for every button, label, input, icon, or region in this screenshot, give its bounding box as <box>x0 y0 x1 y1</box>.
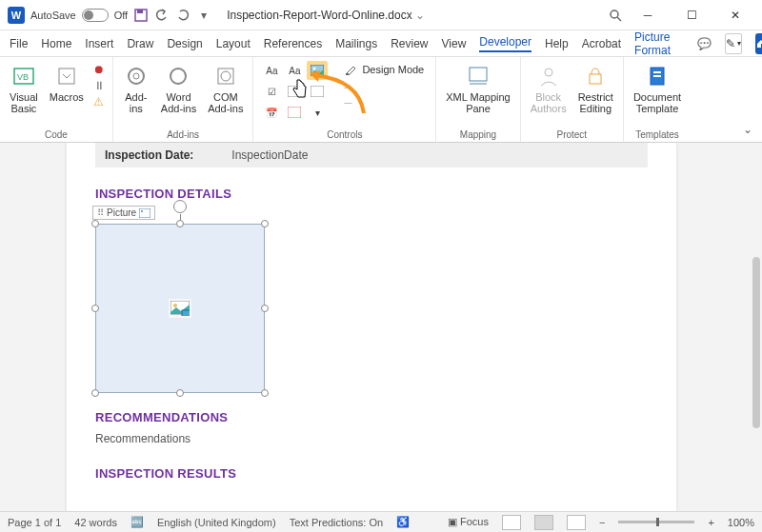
restrict-editing-button[interactable]: Restrict Editing <box>576 61 615 116</box>
addins-icon <box>123 63 150 89</box>
tab-file[interactable]: File <box>10 37 28 50</box>
status-accessibility-icon[interactable]: ♿ <box>396 516 410 528</box>
document-area: Inspection Date: InspectionDate INSPECTI… <box>0 143 762 511</box>
resize-handle-br[interactable] <box>261 389 269 397</box>
group-templates: Document Template Templates <box>624 57 691 142</box>
inspection-date-value[interactable]: InspectionDate <box>231 148 308 162</box>
macros-icon <box>53 63 80 89</box>
design-mode-button[interactable]: Design Mode <box>341 61 428 78</box>
share-button[interactable] <box>755 33 762 54</box>
status-page[interactable]: Page 1 of 1 <box>8 517 61 528</box>
rotate-handle[interactable] <box>173 200 187 213</box>
picture-content-control-frame[interactable]: ⠿Picture <box>95 224 265 393</box>
record-macro-icon[interactable]: ⏺ <box>93 63 105 76</box>
resize-handle-bl[interactable] <box>91 389 99 397</box>
maximize-button[interactable]: ☐ <box>672 2 711 29</box>
minimize-button[interactable]: ─ <box>629 2 667 29</box>
visual-basic-button[interactable]: VB Visual Basic <box>8 61 40 116</box>
xml-mapping-button[interactable]: XML Mapping Pane <box>444 61 511 116</box>
group-code: VB Visual Basic Macros ⏺ ⏸ ⚠ Code <box>0 57 113 142</box>
status-predictions[interactable]: Text Predictions: On <box>290 517 383 528</box>
tab-acrobat[interactable]: Acrobat <box>582 37 621 50</box>
zoom-in-button[interactable]: + <box>708 517 713 528</box>
com-addins-button[interactable]: COM Add-ins <box>206 61 245 116</box>
document-template-button[interactable]: Document Template <box>632 61 683 116</box>
autosave-label: AutoSave <box>30 10 76 21</box>
section-inspection-details: INSPECTION DETAILS <box>95 187 648 201</box>
recommendations-text[interactable]: Recommendations <box>95 432 648 445</box>
dropdown-control[interactable] <box>307 82 328 101</box>
picture-content-control[interactable] <box>307 61 328 80</box>
read-mode-button[interactable] <box>502 515 521 530</box>
svg-point-9 <box>170 69 186 84</box>
focus-mode-button[interactable]: ▣ Focus <box>448 516 489 528</box>
comments-icon[interactable]: 💬 <box>697 37 712 50</box>
editing-mode-button[interactable]: ✎▾ <box>725 33 742 54</box>
addins-button[interactable]: Add- ins <box>121 61 151 116</box>
close-button[interactable]: ✕ <box>716 2 754 29</box>
page[interactable]: Inspection Date: InspectionDate INSPECTI… <box>67 143 676 511</box>
resize-handle-b[interactable] <box>176 389 184 397</box>
tab-view[interactable]: View <box>442 37 467 50</box>
tab-home[interactable]: Home <box>41 37 71 50</box>
tab-design[interactable]: Design <box>167 37 202 50</box>
svg-rect-23 <box>653 71 661 73</box>
tab-insert[interactable]: Insert <box>85 37 113 50</box>
resize-handle-t[interactable] <box>176 220 184 227</box>
resize-handle-r[interactable] <box>261 305 269 312</box>
com-addins-icon <box>212 63 239 89</box>
section-inspection-results: INSPECTION RESULTS <box>95 466 648 481</box>
combobox-control[interactable] <box>284 82 305 101</box>
status-spellcheck-icon[interactable]: 🔤 <box>130 516 144 528</box>
word-addins-button[interactable]: Word Add-ins <box>159 61 198 116</box>
web-layout-button[interactable] <box>567 515 586 530</box>
checkbox-control[interactable]: ☑ <box>261 82 282 101</box>
inspection-date-label: Inspection Date: <box>105 148 193 162</box>
status-words[interactable]: 42 words <box>74 517 117 528</box>
building-block-control[interactable] <box>284 103 305 122</box>
picture-control-tag[interactable]: ⠿Picture <box>92 206 155 220</box>
date-picker-control[interactable]: 📅 <box>261 103 282 122</box>
status-language[interactable]: English (United Kingdom) <box>157 517 276 528</box>
redo-icon[interactable] <box>175 8 190 23</box>
autosave-toggle[interactable] <box>82 9 109 22</box>
status-bar: Page 1 of 1 42 words 🔤 English (United K… <box>0 511 762 532</box>
legacy-tools-control[interactable]: ▾ <box>307 103 328 122</box>
svg-point-8 <box>133 73 139 79</box>
save-icon[interactable] <box>133 8 149 23</box>
qat-dropdown-icon[interactable]: ▾ <box>196 8 211 23</box>
svg-rect-6 <box>59 69 74 84</box>
block-authors-button[interactable]: Block Authors <box>529 61 569 116</box>
tab-help[interactable]: Help <box>545 37 569 50</box>
picture-placeholder-icon[interactable] <box>169 299 191 318</box>
svg-rect-16 <box>288 107 301 118</box>
tab-picture-format[interactable]: Picture Format <box>634 30 671 57</box>
search-icon[interactable] <box>608 8 623 23</box>
tab-review[interactable]: Review <box>391 37 428 50</box>
tab-developer[interactable]: Developer <box>479 35 531 52</box>
undo-icon[interactable] <box>154 8 170 23</box>
zoom-slider[interactable] <box>618 521 694 523</box>
tab-references[interactable]: References <box>264 37 322 50</box>
rich-text-control[interactable]: Aa <box>261 61 282 80</box>
resize-handle-l[interactable] <box>91 305 99 312</box>
group-button[interactable]: ⸺ <box>341 97 428 108</box>
document-title[interactable]: Inspection-Report-Word-Online.docx ⌄ <box>227 9 425 22</box>
collapse-ribbon-icon[interactable]: ⌄ <box>743 123 752 136</box>
tab-mailings[interactable]: Mailings <box>335 37 377 50</box>
tab-draw[interactable]: Draw <box>127 37 153 50</box>
tab-layout[interactable]: Layout <box>216 37 251 50</box>
vertical-scrollbar[interactable] <box>752 257 760 428</box>
design-mode-icon <box>345 63 358 76</box>
zoom-level[interactable]: 100% <box>728 517 754 528</box>
resize-handle-tl[interactable] <box>91 220 99 227</box>
macro-security-icon[interactable]: ⚠ <box>93 95 105 108</box>
print-layout-button[interactable] <box>534 515 553 530</box>
resize-handle-tr[interactable] <box>261 220 269 227</box>
zoom-out-button[interactable]: − <box>599 517 605 528</box>
macros-button[interactable]: Macros <box>48 61 86 105</box>
pause-macro-icon[interactable]: ⏸ <box>93 79 105 92</box>
group-mapping: XML Mapping Pane Mapping <box>436 57 520 142</box>
plain-text-control[interactable]: Aa <box>284 61 305 80</box>
properties-button[interactable]: ⸺ <box>341 82 428 93</box>
